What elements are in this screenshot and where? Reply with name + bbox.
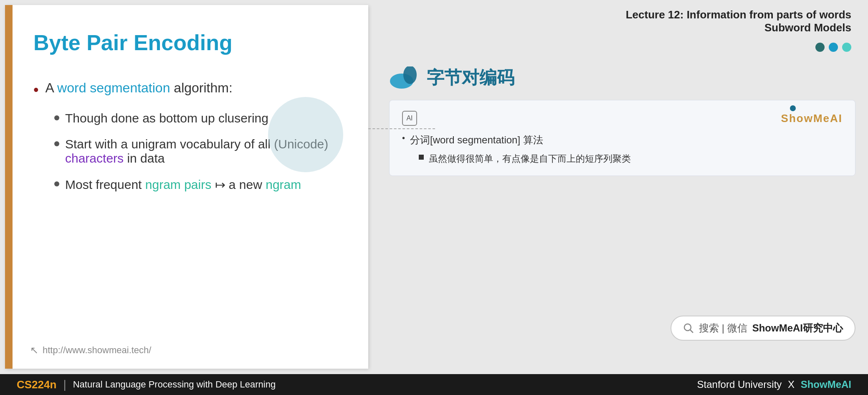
dot-2 bbox=[829, 43, 838, 52]
course-label: CS224n bbox=[17, 378, 56, 391]
lecture-header: Lecture 12: Information from parts of wo… bbox=[389, 8, 855, 34]
sub-bullet-3-text: Most frequent ngram pairs ↦ a new ngram bbox=[65, 177, 301, 192]
trans-dot-1: • bbox=[402, 133, 405, 143]
showmeai-brand: ShowMeAI bbox=[781, 112, 843, 125]
dot-1 bbox=[815, 43, 825, 52]
sub-dot-3 bbox=[54, 181, 59, 186]
search-icon bbox=[683, 323, 694, 334]
svg-point-1 bbox=[403, 66, 417, 84]
trans-sub-bullet-1: 虽然做得很简单，有点像是自下而上的短序列聚类 bbox=[419, 153, 843, 165]
deco-circle bbox=[268, 97, 343, 172]
svg-line-3 bbox=[690, 330, 693, 333]
sub-bullet-3: Most frequent ngram pairs ↦ a new ngram bbox=[54, 177, 347, 192]
stanford-text: Stanford University bbox=[697, 379, 782, 390]
bullet-text-1: A word segmentation algorithm: bbox=[46, 80, 233, 96]
search-box[interactable]: 搜索 | 微信 ShowMeAI研究中心 bbox=[671, 316, 855, 341]
lecture-title-line2: Subword Models bbox=[389, 21, 851, 34]
showmeai-bottom: ShowMeAI bbox=[801, 379, 851, 390]
search-text: 搜索 | 微信 bbox=[699, 321, 747, 335]
translation-box-header: AI ShowMeAI bbox=[402, 111, 843, 126]
search-label-bold: ShowMeAI研究中心 bbox=[752, 321, 843, 335]
right-panel: Lecture 12: Information from parts of wo… bbox=[377, 0, 868, 374]
chinese-header: 字节对编码 bbox=[389, 66, 855, 89]
chinese-title: 字节对编码 bbox=[427, 66, 514, 89]
slide-footer: ↖ http://www.showmeai.tech/ bbox=[30, 344, 151, 356]
small-dot bbox=[790, 105, 796, 111]
svg-point-2 bbox=[684, 324, 691, 331]
lecture-title-line1: Lecture 12: Information from parts of wo… bbox=[389, 8, 851, 21]
ai-icon: AI bbox=[402, 111, 417, 126]
bottom-bar: CS224n | Natural Language Processing wit… bbox=[0, 374, 868, 395]
main-content: Byte Pair Encoding • A word segmentation… bbox=[0, 0, 868, 374]
bullet-dot-main: • bbox=[33, 81, 39, 99]
x-separator: X bbox=[788, 379, 795, 390]
bottom-divider: | bbox=[63, 378, 66, 391]
slide-border bbox=[5, 5, 13, 369]
trans-bullet-main-1: • 分词[word segmentation] 算法 bbox=[402, 133, 843, 147]
wave-icon bbox=[389, 66, 418, 89]
bottom-right: Stanford University X ShowMeAI bbox=[697, 379, 851, 390]
slide-title: Byte Pair Encoding bbox=[33, 30, 347, 55]
slide-panel: Byte Pair Encoding • A word segmentation… bbox=[5, 5, 368, 369]
teal-dots bbox=[389, 43, 855, 52]
bottom-description: Natural Language Processing with Deep Le… bbox=[73, 379, 276, 390]
sub-dot-1 bbox=[54, 115, 59, 120]
bottom-left: CS224n | Natural Language Processing wit… bbox=[17, 378, 276, 391]
sub-dot-2 bbox=[54, 141, 59, 146]
cursor-icon: ↖ bbox=[30, 344, 38, 356]
main-bullet-1: • A word segmentation algorithm: bbox=[33, 80, 347, 99]
footer-url: http://www.showmeai.tech/ bbox=[43, 345, 151, 356]
translation-box: AI ShowMeAI • 分词[word segmentation] 算法 虽… bbox=[389, 100, 855, 176]
trans-sub-square-1 bbox=[419, 155, 424, 160]
dot-3 bbox=[842, 43, 851, 52]
dashed-connector bbox=[368, 128, 435, 129]
